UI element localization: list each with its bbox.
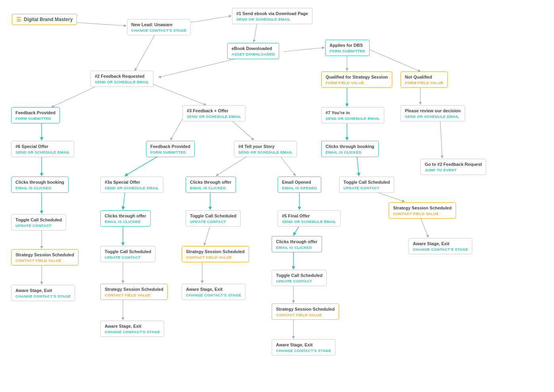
- brand-label: Digital Brand Mastery: [24, 17, 73, 22]
- node-title: Please review our decision: [405, 108, 461, 113]
- node-title: #3a Special Offer: [105, 179, 159, 185]
- node-n18[interactable]: Clicks through booking EMAIL IS CLICKED: [11, 177, 69, 193]
- node-n2[interactable]: New Lead: Unaware CHANGE CONTACT'S STAGE: [127, 19, 191, 35]
- node-n7[interactable]: Qualified for Strategy Session FORM FIEL…: [321, 71, 392, 88]
- node-subtitle: CHANGE CONTACT'S STAGE: [15, 294, 71, 298]
- node-title: Toggle Call Scheduled: [190, 213, 236, 219]
- node-n22[interactable]: Toggle Call Scheduled UPDATE CONTACT: [339, 177, 394, 193]
- node-n27[interactable]: Strategy Session Scheduled CONTACT FIELD…: [389, 202, 456, 219]
- node-n35[interactable]: Aware Stage, Exit CHANGE CONTACT'S STAGE: [182, 284, 245, 300]
- node-subtitle: SEND OR SCHEDULE EMAIL: [405, 114, 461, 119]
- node-n28[interactable]: Strategy Session Scheduled CONTACT FIELD…: [11, 249, 79, 265]
- node-n6[interactable]: #2 Feedback Requested SEND OR SCHEDULE E…: [90, 71, 153, 87]
- node-subtitle: UPDATE CONTACT: [15, 223, 62, 228]
- node-subtitle: EMAIL IS CLICKED: [276, 245, 318, 250]
- node-n37[interactable]: Aware Stage, Exit CHANGE CONTACT'S STAGE: [100, 321, 164, 337]
- node-n34[interactable]: Strategy Session Scheduled CONTACT FIELD…: [100, 284, 168, 300]
- node-n21[interactable]: Email Opened EMAIL IS OPENED: [278, 177, 321, 193]
- node-n33[interactable]: Aware Stage, Exit CHANGE CONTACT'S STAGE: [11, 285, 75, 301]
- node-title: Aware Stage, Exit: [413, 241, 468, 246]
- node-n26[interactable]: #5 Final Offer SEND OR SCHEDULE EMAIL: [278, 210, 341, 227]
- node-title: #1 Send ebook via Download Page: [236, 11, 308, 16]
- brand-icon: ☰: [16, 16, 21, 23]
- svg-line-5: [135, 35, 155, 71]
- node-n12[interactable]: Please review our decision SEND OR SCHED…: [401, 105, 465, 121]
- node-n13[interactable]: #6 Special Offer SEND OR SCHEDULE EMAIL: [11, 141, 74, 157]
- node-title: Toggle Call Scheduled: [343, 179, 390, 185]
- svg-line-30: [293, 225, 299, 235]
- node-title: Strategy Session Scheduled: [393, 205, 452, 211]
- svg-line-21: [357, 156, 359, 176]
- svg-line-23: [123, 192, 125, 209]
- node-n15[interactable]: #4 Tell your Story SEND OR SCHEDULE EMAI…: [234, 141, 297, 157]
- node-n36[interactable]: Toggle Call Scheduled UPDATE CONTACT: [272, 270, 327, 286]
- node-subtitle: CHANGE CONTACT'S STAGE: [105, 330, 160, 334]
- node-n3[interactable]: #1 Send ebook via Download Page SEND OR …: [232, 8, 312, 24]
- node-n23[interactable]: Toggle Call Scheduled UPDATE CONTACT: [11, 214, 66, 231]
- node-subtitle: CONTACT FIELD VALUE: [15, 258, 74, 263]
- node-title: Qualified for Strategy Session: [326, 74, 388, 80]
- node-title: Clicks through offer: [190, 179, 232, 185]
- node-n39[interactable]: Aware Stage, Exit CHANGE CONTACT'S STAGE: [272, 339, 335, 355]
- node-subtitle: EMAIL IS CLICKED: [190, 186, 232, 190]
- node-n30[interactable]: Strategy Session Scheduled CONTACT FIELD…: [182, 246, 249, 262]
- node-subtitle: UPDATE CONTACT: [343, 186, 390, 190]
- node-n31[interactable]: Clicks through offer EMAIL IS CLICKED: [272, 236, 322, 252]
- node-subtitle: SEND OR SCHEDULE EMAIL: [236, 17, 308, 21]
- node-title: Strategy Session Scheduled: [105, 286, 163, 292]
- node-subtitle: CHANGE CONTACT'S STAGE: [276, 348, 331, 353]
- node-title: Toggle Call Scheduled: [276, 273, 322, 278]
- node-subtitle: SEND OR SCHEDULE EMAIL: [95, 80, 149, 84]
- node-n24[interactable]: Clicks through offer EMAIL IS CLICKED: [100, 210, 151, 227]
- svg-line-4: [159, 59, 236, 77]
- svg-line-16: [440, 119, 442, 158]
- node-title: Not Qualified: [405, 74, 443, 80]
- node-n16[interactable]: Clicks through booking EMAIL IS CLICKED: [321, 141, 379, 157]
- node-subtitle: FORM SUBMITTED: [15, 116, 56, 121]
- node-title: #3 Feedback + Offer: [187, 108, 241, 113]
- node-n32[interactable]: Aware Stage, Exit CHANGE CONTACT'S STAGE: [408, 238, 472, 254]
- svg-line-7: [365, 48, 420, 71]
- node-n10[interactable]: #3 Feedback + Offer SEND OR SCHEDULE EMA…: [182, 105, 245, 121]
- node-title: #4 Tell your Story: [238, 144, 293, 149]
- svg-line-9: [151, 83, 206, 105]
- node-n19[interactable]: #3a Special Offer SEND OR SCHEDULE EMAIL: [100, 177, 163, 193]
- node-title: Clicks through offer: [276, 239, 318, 244]
- node-subtitle: SEND OR SCHEDULE EMAIL: [282, 219, 336, 224]
- node-n20[interactable]: Clicks through offer EMAIL IS CLICKED: [186, 177, 236, 193]
- node-title: Strategy Session Scheduled: [276, 306, 335, 312]
- node-subtitle: EMAIL IS CLICKED: [15, 186, 64, 190]
- node-n38[interactable]: Strategy Session Scheduled CONTACT FIELD…: [272, 304, 339, 320]
- node-subtitle: UPDATE CONTACT: [190, 219, 236, 224]
- node-title: Clicks through booking: [326, 144, 374, 149]
- node-n5[interactable]: Applies for DBS FORM SUBMITTED: [325, 40, 370, 56]
- node-subtitle: CONTACT FIELD VALUE: [186, 255, 245, 259]
- node-title: Aware Stage, Exit: [276, 342, 331, 348]
- node-n4[interactable]: eBook Downloaded ASSET DOWNLOADED: [227, 43, 279, 59]
- svg-line-3: [284, 48, 324, 52]
- node-n29[interactable]: Toggle Call Scheduled UPDATE CONTACT: [100, 246, 155, 262]
- svg-line-29: [204, 225, 210, 245]
- node-subtitle: SEND OR SCHEDULE EMAIL: [326, 116, 380, 121]
- node-n14[interactable]: Feedback Provided FORM SUBMITTED: [146, 141, 195, 157]
- node-subtitle: CONTACT FIELD VALUE: [393, 211, 452, 216]
- node-n9[interactable]: Feedback Provided FORM SUBMITTED: [11, 107, 60, 123]
- node-subtitle: EMAIL IS OPENED: [282, 186, 317, 190]
- node-n25[interactable]: Toggle Call Scheduled UPDATE CONTACT: [186, 210, 241, 227]
- node-title: Toggle Call Scheduled: [15, 217, 62, 223]
- svg-line-13: [171, 119, 182, 140]
- node-title: New Lead: Unaware: [131, 22, 186, 27]
- node-subtitle: ASSET DOWNLOADED: [232, 52, 275, 56]
- node-subtitle: UPDATE CONTACT: [105, 255, 151, 259]
- node-subtitle: FORM SUBMITTED: [330, 49, 365, 53]
- brand-node[interactable]: ☰ Digital Brand Mastery: [12, 14, 77, 25]
- node-subtitle: FORM FIELD VALUE: [326, 81, 388, 85]
- node-title: Aware Stage, Exit: [105, 323, 160, 329]
- node-n8[interactable]: Not Qualified FORM FIELD VALUE: [401, 71, 448, 88]
- node-subtitle: CHANGE CONTACT'S STAGE: [186, 293, 241, 297]
- node-subtitle: CONTACT FIELD VALUE: [276, 313, 335, 317]
- node-title: #6 Special Offer: [15, 144, 70, 149]
- node-n17[interactable]: Go to #2 Feedback Request JUMP TO EVENT: [420, 159, 486, 175]
- node-n11[interactable]: #7 You're in SEND OR SCHEDULE EMAIL: [321, 107, 384, 123]
- node-subtitle: SEND OR SCHEDULE EMAIL: [187, 114, 241, 119]
